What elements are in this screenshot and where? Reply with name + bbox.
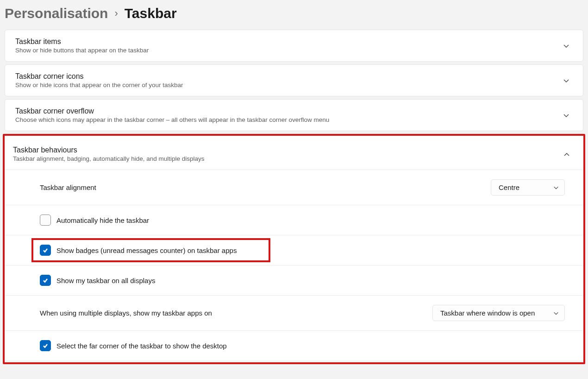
chevron-up-icon xyxy=(563,151,570,158)
setting-autohide: Automatically hide the taskbar xyxy=(5,205,583,235)
check-icon xyxy=(42,247,49,253)
highlight-annotation: Taskbar behaviours Taskbar alignment, ba… xyxy=(3,134,585,364)
section-title: Taskbar corner icons xyxy=(15,72,563,81)
breadcrumb-parent[interactable]: Personalisation xyxy=(5,6,108,21)
all-displays-checkbox[interactable] xyxy=(40,275,51,286)
setting-label: Show my taskbar on all displays xyxy=(56,277,155,284)
check-icon xyxy=(42,277,49,284)
section-title: Taskbar behaviours xyxy=(13,146,563,154)
setting-multi-displays: When using multiple displays, show my ta… xyxy=(5,295,583,330)
setting-show-badges: Show badges (unread messages counter) on… xyxy=(5,235,583,265)
section-desc: Taskbar alignment, badging, automaticall… xyxy=(13,155,563,162)
setting-label: Taskbar alignment xyxy=(40,183,96,191)
section-title: Taskbar items xyxy=(15,38,563,46)
autohide-checkbox[interactable] xyxy=(40,215,51,226)
section-header[interactable]: Taskbar items Show or hide buttons that … xyxy=(5,30,583,61)
setting-label: Automatically hide the taskbar xyxy=(56,216,149,224)
chevron-down-icon xyxy=(563,77,570,84)
section-taskbar-corner-icons[interactable]: Taskbar corner icons Show or hide icons … xyxy=(5,64,583,96)
badges-checkbox[interactable] xyxy=(40,245,51,256)
setting-taskbar-alignment: Taskbar alignment Centre xyxy=(5,170,583,205)
setting-label: Show badges (unread messages counter) on… xyxy=(56,246,237,254)
section-desc: Show or hide icons that appear on the co… xyxy=(15,82,563,88)
section-taskbar-behaviours: Taskbar behaviours Taskbar alignment, ba… xyxy=(5,136,583,360)
section-title: Taskbar corner overflow xyxy=(15,107,563,115)
chevron-down-icon xyxy=(553,185,559,190)
section-desc: Show or hide buttons that appear on the … xyxy=(15,47,563,54)
chevron-right-icon: › xyxy=(114,7,118,19)
chevron-down-icon xyxy=(563,42,570,50)
setting-all-displays: Show my taskbar on all displays xyxy=(5,265,583,295)
alignment-dropdown[interactable]: Centre xyxy=(491,179,565,196)
check-icon xyxy=(42,342,49,349)
section-header[interactable]: Taskbar corner overflow Choose which ico… xyxy=(5,100,583,131)
page-title: Taskbar xyxy=(125,6,177,21)
chevron-down-icon xyxy=(563,112,570,119)
multi-displays-dropdown[interactable]: Taskbar where window is open xyxy=(432,305,565,321)
section-taskbar-corner-overflow[interactable]: Taskbar corner overflow Choose which ico… xyxy=(5,99,583,131)
dropdown-value: Taskbar where window is open xyxy=(440,309,535,317)
section-desc: Choose which icons may appear in the tas… xyxy=(15,116,563,123)
breadcrumb: Personalisation › Taskbar xyxy=(0,0,588,30)
section-taskbar-items[interactable]: Taskbar items Show or hide buttons that … xyxy=(5,30,583,62)
far-corner-checkbox[interactable] xyxy=(40,340,51,351)
setting-label: Select the far corner of the taskbar to … xyxy=(56,342,227,350)
dropdown-value: Centre xyxy=(499,183,519,191)
setting-label: When using multiple displays, show my ta… xyxy=(40,309,212,317)
section-header[interactable]: Taskbar corner icons Show or hide icons … xyxy=(5,65,583,96)
setting-far-corner: Select the far corner of the taskbar to … xyxy=(5,330,583,360)
section-header[interactable]: Taskbar behaviours Taskbar alignment, ba… xyxy=(5,136,583,170)
chevron-down-icon xyxy=(553,310,559,316)
